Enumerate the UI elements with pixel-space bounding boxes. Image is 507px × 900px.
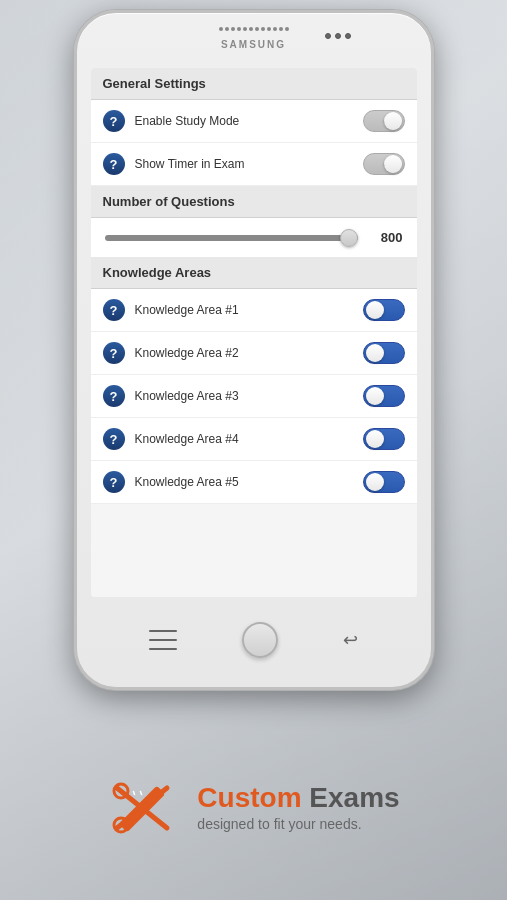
study-mode-row: ? Enable Study Mode OFF <box>91 100 417 143</box>
camera-area <box>325 33 351 39</box>
knowledge-area-4-row: ? Knowledge Area #4 ON <box>91 418 417 461</box>
ka4-help-icon[interactable]: ? <box>103 428 125 450</box>
ka5-toggle-knob <box>366 473 384 491</box>
ka1-toggle-knob <box>366 301 384 319</box>
knowledge-area-1-row: ? Knowledge Area #1 ON <box>91 289 417 332</box>
brand-title: Custom Exams <box>197 783 399 814</box>
slider-container: 800 <box>105 230 403 245</box>
ka2-help-icon[interactable]: ? <box>103 342 125 364</box>
study-mode-label: Enable Study Mode <box>135 114 363 128</box>
ka5-help-icon[interactable]: ? <box>103 471 125 493</box>
ka5-toggle[interactable]: ON <box>363 471 405 493</box>
nav-menu-button[interactable] <box>149 630 177 650</box>
ka1-help-icon[interactable]: ? <box>103 299 125 321</box>
timer-exam-row: ? Show Timer in Exam OFF <box>91 143 417 186</box>
questions-slider-track[interactable] <box>105 235 358 241</box>
back-icon: ↩ <box>343 629 358 651</box>
questions-value: 800 <box>368 230 403 245</box>
timer-label: Show Timer in Exam <box>135 157 363 171</box>
knowledge-area-3-row: ? Knowledge Area #3 ON <box>91 375 417 418</box>
timer-toggle[interactable]: OFF <box>363 153 405 175</box>
questions-slider-thumb[interactable] <box>340 229 358 247</box>
phone-screen: General Settings ? Enable Study Mode OFF… <box>91 68 417 597</box>
ka2-label: Knowledge Area #2 <box>135 346 363 360</box>
ka2-toggle-knob <box>366 344 384 362</box>
brand-label: SAMSUNG <box>221 39 286 50</box>
ka4-label: Knowledge Area #4 <box>135 432 363 446</box>
knowledge-area-5-row: ? Knowledge Area #5 ON <box>91 461 417 504</box>
svg-line-2 <box>139 790 143 794</box>
general-settings-group: ? Enable Study Mode OFF ? Show Timer in … <box>91 100 417 186</box>
nav-back-button[interactable]: ↩ <box>343 629 358 651</box>
general-settings-header: General Settings <box>91 68 417 100</box>
questions-header: Number of Questions <box>91 186 417 218</box>
ka4-toggle-knob <box>366 430 384 448</box>
brand-text: Custom Exams designed to fit your needs. <box>197 783 399 832</box>
home-icon <box>242 622 278 658</box>
brand-subtitle: designed to fit your needs. <box>197 816 399 832</box>
ka2-toggle[interactable]: ON <box>363 342 405 364</box>
knowledge-area-2-row: ? Knowledge Area #2 ON <box>91 332 417 375</box>
timer-toggle-knob <box>384 155 402 173</box>
brand-title-exams: Exams <box>302 782 400 813</box>
ka4-toggle[interactable]: ON <box>363 428 405 450</box>
slider-section: 800 <box>91 218 417 257</box>
ka3-label: Knowledge Area #3 <box>135 389 363 403</box>
brand-title-custom: Custom <box>197 782 301 813</box>
ka5-label: Knowledge Area #5 <box>135 475 363 489</box>
branding-section: Custom Exams designed to fit your needs. <box>0 715 507 900</box>
study-mode-toggle-knob <box>384 112 402 130</box>
svg-line-1 <box>132 790 136 794</box>
menu-icon <box>149 630 177 650</box>
ka3-help-icon[interactable]: ? <box>103 385 125 407</box>
knowledge-areas-header: Knowledge Areas <box>91 257 417 289</box>
phone-nav-bar: ↩ <box>77 607 431 672</box>
brand-icon <box>107 773 177 843</box>
speaker-grill <box>219 27 289 31</box>
ka1-toggle[interactable]: ON <box>363 299 405 321</box>
timer-help-icon[interactable]: ? <box>103 153 125 175</box>
ka1-label: Knowledge Area #1 <box>135 303 363 317</box>
study-mode-help-icon[interactable]: ? <box>103 110 125 132</box>
screen-content[interactable]: General Settings ? Enable Study Mode OFF… <box>91 68 417 597</box>
knowledge-areas-group: ? Knowledge Area #1 ON ? Knowledge Area … <box>91 289 417 504</box>
phone-body: SAMSUNG General Settings ? Enable Study … <box>74 10 434 690</box>
nav-home-button[interactable] <box>242 622 278 658</box>
ka3-toggle-knob <box>366 387 384 405</box>
study-mode-toggle[interactable]: OFF <box>363 110 405 132</box>
ka3-toggle[interactable]: ON <box>363 385 405 407</box>
phone-device: SAMSUNG General Settings ? Enable Study … <box>74 10 434 690</box>
